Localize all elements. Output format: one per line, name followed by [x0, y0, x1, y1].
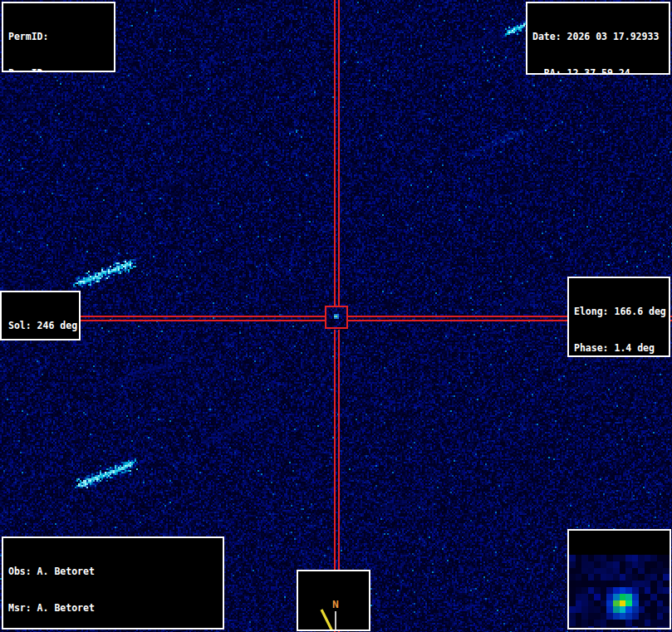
target-zoom-image[interactable]	[569, 555, 670, 630]
sun-angle-panel: Sol: 246 deg	[0, 291, 81, 340]
tracking-viewer-window: PermID: ProvID: TrkSub: A11yzTN Speed: 0…	[0, 0, 672, 632]
zoom-inset-panel	[567, 529, 671, 630]
date-line: Date: 2026 03 17.92933	[532, 31, 664, 43]
elong-line: Elong: 166.6 deg	[574, 306, 664, 318]
compass-icon: N E	[298, 595, 369, 631]
sol-angle-label: Sol: 246 deg	[8, 320, 79, 332]
msr-line: Msr: A. Betoret	[8, 602, 218, 615]
perm-id-line: PermID:	[8, 31, 109, 43]
motion-vector-line	[321, 610, 336, 631]
north-label: N	[332, 598, 339, 610]
observer-panel: Obs: A. Betoret Msr: A. Betoret Stn: I75…	[2, 536, 224, 630]
target-marker-box	[325, 306, 348, 329]
obs-line: Obs: A. Betoret	[8, 566, 218, 578]
ephemeris-panel: Date: 2026 03 17.92933 RA: 12 37 59.24 D…	[526, 2, 670, 75]
compass-panel: N E	[297, 570, 370, 631]
ra-line: RA: 12 37 59.24	[532, 67, 664, 75]
phase-line: Phase: 1.4 deg	[574, 342, 664, 355]
object-info-panel: PermID: ProvID: TrkSub: A11yzTN Speed: 0…	[2, 2, 115, 72]
geometry-panel: Elong: 166.6 deg Phase: 1.4 deg Earth: 8…	[567, 277, 670, 357]
prov-id-line: ProvID:	[8, 67, 109, 72]
